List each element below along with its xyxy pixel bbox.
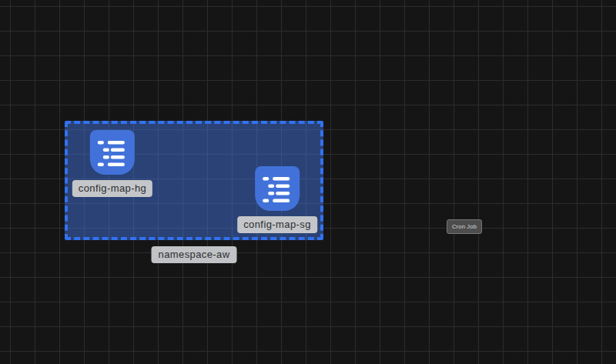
diagram-canvas[interactable]: config-map-hg config-map-sg namespace-aw… bbox=[0, 0, 616, 364]
namespace-label[interactable]: namespace-aw bbox=[152, 246, 237, 263]
config-map-icon bbox=[90, 130, 135, 175]
node-label-config-map-sg: config-map-sg bbox=[237, 216, 317, 233]
node-config-map-sg[interactable]: config-map-sg bbox=[237, 166, 317, 233]
config-map-icon bbox=[255, 166, 300, 211]
node-label-config-map-hg: config-map-hg bbox=[72, 180, 152, 197]
cron-job-chip[interactable]: Cron Job bbox=[447, 219, 482, 234]
node-config-map-hg[interactable]: config-map-hg bbox=[72, 130, 152, 197]
